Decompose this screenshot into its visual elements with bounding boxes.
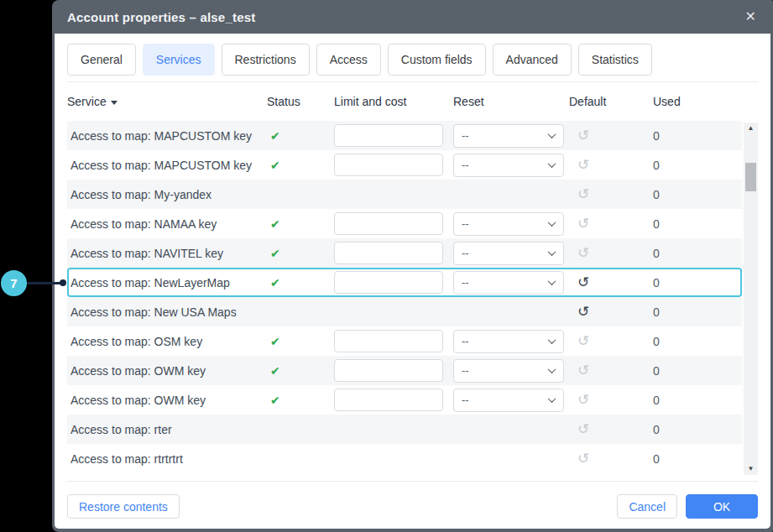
reset-select[interactable]: -- bbox=[453, 359, 564, 383]
restore-contents-button[interactable]: Restore contents bbox=[67, 494, 180, 519]
scroll-up-arrow-icon[interactable]: ▲ bbox=[744, 123, 758, 134]
service-row: Access to map: OWM key✔--↺0 bbox=[67, 356, 742, 385]
limit-and-cost-input[interactable] bbox=[334, 242, 443, 264]
reset-select[interactable]: -- bbox=[453, 330, 564, 353]
dialog-body: GeneralServicesRestrictionsAccessCustom … bbox=[55, 34, 770, 529]
reset-select[interactable]: -- bbox=[453, 212, 564, 236]
reset-select[interactable]: -- bbox=[453, 389, 564, 412]
tab-services[interactable]: Services bbox=[143, 44, 215, 76]
tab-custom-fields[interactable]: Custom fields bbox=[388, 44, 486, 76]
limit-and-cost-input[interactable] bbox=[334, 330, 443, 352]
used-count: 0 bbox=[653, 159, 660, 172]
service-row: Access to map: MAPCUSTOM key✔--↺0 bbox=[67, 150, 742, 180]
used-count: 0 bbox=[653, 335, 660, 348]
used-count: 0 bbox=[653, 364, 660, 378]
used-count: 0 bbox=[653, 452, 660, 466]
column-header-service[interactable]: Service bbox=[67, 95, 267, 108]
reset-select[interactable]: -- bbox=[453, 242, 564, 265]
used-count: 0 bbox=[653, 129, 660, 143]
service-row: Access to map: OWM key✔--↺0 bbox=[67, 385, 742, 415]
service-row: Access to map: rter↺0 bbox=[67, 415, 742, 444]
restore-default-undo-icon[interactable]: ↺ bbox=[577, 304, 589, 320]
status-enabled-check-icon: ✔ bbox=[270, 364, 280, 378]
reset-select[interactable]: -- bbox=[453, 154, 564, 177]
table-header: Service Status Limit and cost Reset Defa… bbox=[67, 82, 758, 121]
restore-default-undo-icon[interactable]: ↺ bbox=[577, 451, 589, 467]
restore-default-undo-icon[interactable]: ↺ bbox=[577, 362, 589, 378]
restore-default-undo-icon[interactable]: ↺ bbox=[577, 392, 589, 408]
scroll-down-arrow-icon[interactable]: ▼ bbox=[744, 463, 758, 475]
limit-and-cost-input[interactable] bbox=[334, 154, 443, 176]
used-count: 0 bbox=[653, 217, 660, 231]
limit-and-cost-input[interactable] bbox=[334, 124, 443, 147]
sort-desc-icon bbox=[111, 101, 118, 105]
vertical-scrollbar[interactable]: ▲ ▼ bbox=[744, 123, 758, 475]
annotation-line bbox=[25, 282, 63, 284]
chevron-down-icon bbox=[548, 277, 556, 285]
status-enabled-check-icon: ✔ bbox=[270, 159, 280, 172]
reset-select-value: -- bbox=[462, 364, 469, 377]
status-enabled-check-icon: ✔ bbox=[270, 335, 280, 348]
chevron-down-icon bbox=[548, 365, 556, 373]
restore-default-undo-icon[interactable]: ↺ bbox=[577, 274, 589, 290]
column-header-status: Status bbox=[267, 95, 334, 108]
chevron-down-icon bbox=[548, 130, 556, 138]
service-name: Access to map: NewLayerMap bbox=[67, 276, 267, 289]
service-row: Access to map: New USA Maps↺0 bbox=[67, 297, 742, 326]
tab-statistics[interactable]: Statistics bbox=[578, 44, 652, 76]
status-enabled-check-icon: ✔ bbox=[270, 129, 280, 143]
service-row: Access to map: OSM key✔--↺0 bbox=[67, 326, 742, 356]
dialog-footer: Restore contents Cancel OK bbox=[67, 481, 758, 519]
restore-default-undo-icon[interactable]: ↺ bbox=[577, 157, 589, 173]
tab-advanced[interactable]: Advanced bbox=[493, 44, 572, 76]
chevron-down-icon bbox=[548, 336, 556, 344]
chevron-down-icon bbox=[548, 159, 556, 168]
service-row: Access to map: rtrtrtrt↺0 bbox=[67, 444, 742, 473]
dialog-title: Account properties – alse_test bbox=[67, 10, 255, 24]
tab-restrictions[interactable]: Restrictions bbox=[222, 44, 310, 76]
service-row: Access to map: My-yandex↺0 bbox=[67, 180, 742, 209]
restore-default-undo-icon[interactable]: ↺ bbox=[577, 333, 589, 349]
used-count: 0 bbox=[653, 423, 660, 436]
limit-and-cost-input[interactable] bbox=[334, 389, 443, 411]
reset-select-value: -- bbox=[462, 276, 469, 289]
status-enabled-check-icon: ✔ bbox=[270, 217, 280, 231]
restore-default-undo-icon[interactable]: ↺ bbox=[577, 186, 589, 202]
service-name: Access to map: New USA Maps bbox=[67, 305, 267, 319]
reset-select[interactable]: -- bbox=[453, 124, 564, 148]
status-enabled-check-icon: ✔ bbox=[270, 394, 280, 407]
restore-default-undo-icon[interactable]: ↺ bbox=[577, 421, 589, 437]
scrollbar-thumb[interactable] bbox=[745, 163, 756, 191]
column-header-used: Used bbox=[653, 95, 758, 108]
limit-and-cost-input[interactable] bbox=[334, 271, 443, 294]
reset-select[interactable]: -- bbox=[453, 271, 564, 295]
restore-default-undo-icon[interactable]: ↺ bbox=[577, 128, 589, 143]
reset-select-value: -- bbox=[462, 247, 469, 259]
dialog-titlebar: Account properties – alse_test ✕ bbox=[52, 0, 773, 34]
annotation-dot bbox=[60, 279, 66, 286]
chevron-down-icon bbox=[548, 218, 556, 227]
reset-select-value: -- bbox=[462, 159, 469, 171]
screenshot-backdrop: Account properties – alse_test ✕ General… bbox=[0, 0, 773, 532]
tab-access[interactable]: Access bbox=[316, 44, 381, 76]
service-name: Access to map: My-yandex bbox=[67, 188, 267, 201]
column-header-reset: Reset bbox=[453, 95, 569, 108]
close-icon[interactable]: ✕ bbox=[745, 10, 756, 23]
service-name: Access to map: NAMAA key bbox=[67, 217, 267, 231]
column-header-default: Default bbox=[569, 95, 653, 108]
used-count: 0 bbox=[653, 305, 660, 319]
tab-general[interactable]: General bbox=[67, 44, 136, 76]
restore-default-undo-icon[interactable]: ↺ bbox=[577, 245, 589, 261]
restore-default-undo-icon[interactable]: ↺ bbox=[577, 216, 589, 232]
status-enabled-check-icon: ✔ bbox=[270, 247, 280, 260]
cancel-button[interactable]: Cancel bbox=[617, 494, 677, 519]
reset-select-value: -- bbox=[462, 335, 469, 347]
column-header-limit: Limit and cost bbox=[334, 95, 453, 108]
limit-and-cost-input[interactable] bbox=[334, 212, 443, 235]
service-name: Access to map: MAPCUSTOM key bbox=[67, 159, 267, 172]
service-row: Access to map: MAPCUSTOM key✔--↺0 bbox=[67, 121, 742, 150]
ok-button[interactable]: OK bbox=[686, 494, 758, 519]
limit-and-cost-input[interactable] bbox=[334, 359, 443, 382]
used-count: 0 bbox=[653, 394, 660, 407]
chevron-down-icon bbox=[548, 394, 556, 403]
